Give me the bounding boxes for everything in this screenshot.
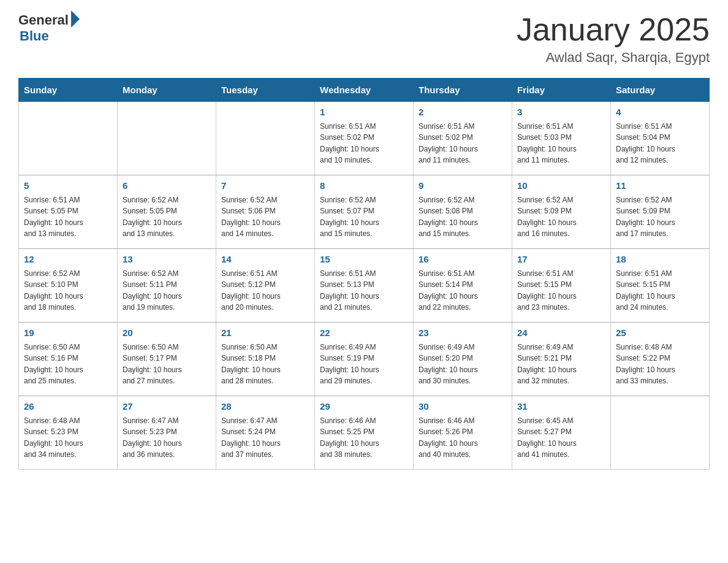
- day-number: 2: [419, 105, 507, 120]
- calendar-cell: 14Sunrise: 6:51 AM Sunset: 5:12 PM Dayli…: [216, 249, 315, 323]
- day-number: 6: [123, 179, 211, 193]
- calendar-cell: 8Sunrise: 6:52 AM Sunset: 5:07 PM Daylig…: [315, 175, 414, 249]
- day-number: 11: [616, 179, 704, 193]
- calendar-header: SundayMondayTuesdayWednesdayThursdayFrid…: [19, 79, 710, 102]
- day-info: Sunrise: 6:45 AM Sunset: 5:27 PM Dayligh…: [517, 415, 605, 461]
- calendar-cell: 20Sunrise: 6:50 AM Sunset: 5:17 PM Dayli…: [118, 323, 216, 396]
- calendar-cell: 21Sunrise: 6:50 AM Sunset: 5:18 PM Dayli…: [216, 323, 315, 396]
- calendar-cell: 16Sunrise: 6:51 AM Sunset: 5:14 PM Dayli…: [414, 249, 512, 323]
- day-info: Sunrise: 6:51 AM Sunset: 5:02 PM Dayligh…: [419, 121, 507, 166]
- logo-blue-text: Blue: [20, 28, 49, 44]
- day-number: 13: [123, 253, 211, 267]
- title-section: January 2025 Awlad Saqr, Sharqia, Egypt: [517, 12, 710, 66]
- day-number: 29: [320, 400, 408, 414]
- weekday-header-thursday: Thursday: [414, 79, 512, 102]
- calendar-cell: 24Sunrise: 6:49 AM Sunset: 5:21 PM Dayli…: [512, 323, 611, 396]
- day-info: Sunrise: 6:46 AM Sunset: 5:25 PM Dayligh…: [320, 415, 408, 461]
- calendar-cell: [118, 102, 216, 175]
- day-info: Sunrise: 6:49 AM Sunset: 5:21 PM Dayligh…: [517, 342, 605, 387]
- calendar-cell: 3Sunrise: 6:51 AM Sunset: 5:03 PM Daylig…: [512, 102, 611, 175]
- day-number: 28: [221, 400, 309, 414]
- calendar-cell: 11Sunrise: 6:52 AM Sunset: 5:09 PM Dayli…: [611, 175, 710, 249]
- day-number: 30: [419, 400, 507, 414]
- calendar-cell: 4Sunrise: 6:51 AM Sunset: 5:04 PM Daylig…: [611, 102, 710, 175]
- calendar-cell: 23Sunrise: 6:49 AM Sunset: 5:20 PM Dayli…: [414, 323, 512, 396]
- calendar-cell: 19Sunrise: 6:50 AM Sunset: 5:16 PM Dayli…: [19, 323, 118, 396]
- day-info: Sunrise: 6:52 AM Sunset: 5:08 PM Dayligh…: [419, 194, 507, 240]
- calendar-cell: 6Sunrise: 6:52 AM Sunset: 5:05 PM Daylig…: [118, 175, 216, 249]
- day-number: 12: [24, 253, 112, 267]
- calendar-week-row: 5Sunrise: 6:51 AM Sunset: 5:05 PM Daylig…: [19, 175, 710, 249]
- calendar-cell: 26Sunrise: 6:48 AM Sunset: 5:23 PM Dayli…: [19, 396, 118, 470]
- day-number: 7: [221, 179, 309, 193]
- calendar-week-row: 19Sunrise: 6:50 AM Sunset: 5:16 PM Dayli…: [19, 323, 710, 396]
- day-info: Sunrise: 6:51 AM Sunset: 5:04 PM Dayligh…: [616, 121, 704, 166]
- day-number: 3: [517, 105, 605, 120]
- day-info: Sunrise: 6:52 AM Sunset: 5:11 PM Dayligh…: [123, 268, 211, 313]
- day-info: Sunrise: 6:47 AM Sunset: 5:24 PM Dayligh…: [221, 415, 309, 461]
- logo-general-text: General: [18, 12, 69, 28]
- location-title: Awlad Saqr, Sharqia, Egypt: [517, 50, 710, 66]
- day-number: 10: [517, 179, 605, 193]
- calendar-cell: 13Sunrise: 6:52 AM Sunset: 5:11 PM Dayli…: [118, 249, 216, 323]
- day-info: Sunrise: 6:47 AM Sunset: 5:23 PM Dayligh…: [123, 415, 211, 461]
- day-number: 5: [24, 179, 112, 193]
- calendar-cell: 25Sunrise: 6:48 AM Sunset: 5:22 PM Dayli…: [611, 323, 710, 396]
- day-number: 14: [221, 253, 309, 267]
- day-info: Sunrise: 6:51 AM Sunset: 5:02 PM Dayligh…: [320, 121, 408, 166]
- day-info: Sunrise: 6:48 AM Sunset: 5:22 PM Dayligh…: [616, 342, 704, 387]
- calendar-cell: 2Sunrise: 6:51 AM Sunset: 5:02 PM Daylig…: [414, 102, 512, 175]
- weekday-header-monday: Monday: [118, 79, 216, 102]
- day-info: Sunrise: 6:52 AM Sunset: 5:05 PM Dayligh…: [123, 194, 211, 240]
- calendar-body: 1Sunrise: 6:51 AM Sunset: 5:02 PM Daylig…: [19, 102, 710, 470]
- day-number: 23: [419, 326, 507, 340]
- day-info: Sunrise: 6:51 AM Sunset: 5:15 PM Dayligh…: [616, 268, 704, 313]
- day-number: 1: [320, 105, 408, 120]
- calendar-cell: 12Sunrise: 6:52 AM Sunset: 5:10 PM Dayli…: [19, 249, 118, 323]
- day-info: Sunrise: 6:51 AM Sunset: 5:12 PM Dayligh…: [221, 268, 309, 313]
- calendar-cell: 5Sunrise: 6:51 AM Sunset: 5:05 PM Daylig…: [19, 175, 118, 249]
- day-number: 31: [517, 400, 605, 414]
- day-info: Sunrise: 6:52 AM Sunset: 5:09 PM Dayligh…: [616, 194, 704, 240]
- day-info: Sunrise: 6:52 AM Sunset: 5:09 PM Dayligh…: [517, 194, 605, 240]
- page-header: General Blue January 2025 Awlad Saqr, Sh…: [18, 12, 710, 66]
- day-info: Sunrise: 6:51 AM Sunset: 5:14 PM Dayligh…: [419, 268, 507, 313]
- weekday-header-tuesday: Tuesday: [216, 79, 315, 102]
- day-info: Sunrise: 6:50 AM Sunset: 5:18 PM Dayligh…: [221, 342, 309, 387]
- day-info: Sunrise: 6:52 AM Sunset: 5:10 PM Dayligh…: [24, 268, 112, 313]
- day-number: 8: [320, 179, 408, 193]
- logo: General Blue: [18, 12, 80, 44]
- calendar-cell: 9Sunrise: 6:52 AM Sunset: 5:08 PM Daylig…: [414, 175, 512, 249]
- logo-triangle-icon: [71, 10, 80, 28]
- calendar-cell: [611, 396, 710, 470]
- day-number: 27: [123, 400, 211, 414]
- calendar-cell: 30Sunrise: 6:46 AM Sunset: 5:26 PM Dayli…: [414, 396, 512, 470]
- calendar-cell: 22Sunrise: 6:49 AM Sunset: 5:19 PM Dayli…: [315, 323, 414, 396]
- weekday-header-friday: Friday: [512, 79, 611, 102]
- day-number: 15: [320, 253, 408, 267]
- calendar-cell: 15Sunrise: 6:51 AM Sunset: 5:13 PM Dayli…: [315, 249, 414, 323]
- calendar-cell: 1Sunrise: 6:51 AM Sunset: 5:02 PM Daylig…: [315, 102, 414, 175]
- day-number: 24: [517, 326, 605, 340]
- day-info: Sunrise: 6:48 AM Sunset: 5:23 PM Dayligh…: [24, 415, 112, 461]
- calendar-cell: 17Sunrise: 6:51 AM Sunset: 5:15 PM Dayli…: [512, 249, 611, 323]
- day-number: 17: [517, 253, 605, 267]
- day-info: Sunrise: 6:52 AM Sunset: 5:06 PM Dayligh…: [221, 194, 309, 240]
- day-info: Sunrise: 6:51 AM Sunset: 5:03 PM Dayligh…: [517, 121, 605, 166]
- day-number: 26: [24, 400, 112, 414]
- calendar-cell: [19, 102, 118, 175]
- weekday-header-saturday: Saturday: [611, 79, 710, 102]
- day-number: 20: [123, 326, 211, 340]
- calendar-cell: 27Sunrise: 6:47 AM Sunset: 5:23 PM Dayli…: [118, 396, 216, 470]
- day-info: Sunrise: 6:49 AM Sunset: 5:20 PM Dayligh…: [419, 342, 507, 387]
- month-title: January 2025: [517, 12, 710, 47]
- day-number: 22: [320, 326, 408, 340]
- calendar-cell: 29Sunrise: 6:46 AM Sunset: 5:25 PM Dayli…: [315, 396, 414, 470]
- weekday-header-sunday: Sunday: [19, 79, 118, 102]
- day-number: 21: [221, 326, 309, 340]
- calendar-cell: 31Sunrise: 6:45 AM Sunset: 5:27 PM Dayli…: [512, 396, 611, 470]
- day-info: Sunrise: 6:52 AM Sunset: 5:07 PM Dayligh…: [320, 194, 408, 240]
- day-info: Sunrise: 6:49 AM Sunset: 5:19 PM Dayligh…: [320, 342, 408, 387]
- weekday-header-wednesday: Wednesday: [315, 79, 414, 102]
- day-number: 4: [616, 105, 704, 120]
